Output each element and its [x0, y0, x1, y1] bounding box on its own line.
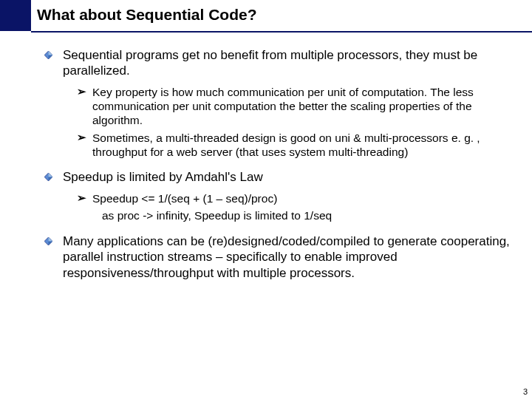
slide-title: What about Sequential Code?: [37, 6, 517, 24]
bullet-point: Sequential programs get no benefit from …: [44, 47, 510, 79]
diamond-bullet-icon: [44, 173, 52, 181]
diamond-bullet-icon: [44, 51, 52, 59]
sub-bullet-text: Key property is how much communication p…: [92, 85, 510, 128]
sub-bullet-text: Sometimes, a multi-threaded design is go…: [92, 131, 510, 160]
sub-bullet: ➢ Speedup <= 1/(seq + (1 – seq)/proc): [77, 191, 510, 205]
chevron-icon: ➢: [77, 131, 86, 145]
svg-marker-5: [49, 173, 53, 177]
bullet-text: Sequential programs get no benefit from …: [63, 47, 510, 79]
sub-bullet: ➢ Key property is how much communication…: [77, 85, 510, 128]
corner-decoration: [0, 0, 31, 31]
sub-indent-text: as proc -> infinity, Speedup is limited …: [77, 208, 510, 223]
content-area: Sequential programs get no benefit from …: [44, 47, 510, 285]
chevron-icon: ➢: [77, 85, 86, 99]
title-area: What about Sequential Code?: [37, 6, 517, 24]
sub-bullet: ➢ Sometimes, a multi-threaded design is …: [77, 131, 510, 160]
svg-marker-2: [49, 51, 53, 55]
bullet-point: Many applications can be (re)designed/co…: [44, 233, 510, 281]
sub-bullet-text: Speedup <= 1/(seq + (1 – seq)/proc): [92, 191, 277, 205]
page-number: 3: [523, 387, 528, 396]
title-underline: [31, 31, 532, 33]
sub-list: ➢ Speedup <= 1/(seq + (1 – seq)/proc): [77, 191, 510, 205]
bullet-text: Many applications can be (re)designed/co…: [63, 233, 510, 281]
diamond-bullet-icon: [44, 237, 52, 245]
sub-list: ➢ Key property is how much communication…: [77, 85, 510, 160]
bullet-point: Speedup is limited by Amdahl's Law: [44, 169, 510, 185]
bullet-text: Speedup is limited by Amdahl's Law: [63, 169, 263, 185]
chevron-icon: ➢: [77, 191, 86, 205]
